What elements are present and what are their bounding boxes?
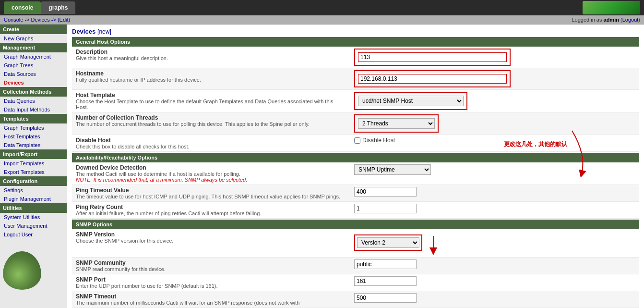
threads-select[interactable]: 1 Thread 2 Threads 4 Threads 8 Threads — [358, 118, 435, 129]
page-title: Devices [new] — [72, 27, 111, 35]
snmp-version-select-wrapper: Version 1 Version 2 Version 3 — [354, 234, 422, 251]
sidebar-item-system-utilities[interactable]: System Utilities — [0, 213, 67, 222]
ping-timeout-input[interactable] — [354, 187, 417, 197]
snmp-timeout-desc: The maximum number of milliseconds Cacti… — [76, 300, 346, 306]
description-label: Description — [76, 49, 346, 55]
snmp-community-input[interactable] — [354, 259, 417, 269]
ping-timeout-row: Ping Timeout Value The timeout value to … — [72, 185, 639, 202]
configuration-header: Configuration — [0, 176, 67, 186]
snmp-port-input[interactable] — [354, 276, 417, 286]
host-template-label: Host Template — [76, 92, 346, 99]
sidebar-item-data-input-methods[interactable]: Data Input Methods — [0, 105, 67, 114]
disable-host-desc: Check this box to disable all checks for… — [76, 144, 346, 149]
host-template-desc: Choose the Host Template to use to defin… — [76, 99, 346, 110]
collection-threads-label: Number of Collection Threads — [76, 114, 346, 121]
create-header: Create — [0, 25, 67, 34]
login-text: Logged in as — [572, 17, 603, 23]
ping-retry-desc: After an initial failure, the number of … — [76, 210, 346, 216]
header-bar: Console -> Devices -> (Edit) Logged in a… — [0, 15, 644, 25]
snmp-timeout-row: SNMP Timeout The maximum number of milli… — [72, 291, 639, 308]
sidebar-item-logout-user[interactable]: Logout User — [0, 230, 67, 239]
host-template-select[interactable]: ucd/net SNMP Host None Local Linux Machi… — [358, 96, 464, 106]
sidebar-item-data-sources[interactable]: Data Sources — [0, 70, 67, 78]
downed-device-row: Downed Device Detection The method Cacti… — [72, 162, 639, 185]
collection-methods-header: Collection Methods — [0, 87, 67, 97]
sidebar-item-settings[interactable]: Settings — [0, 186, 67, 195]
sidebar-item-graph-management[interactable]: Graph Management — [0, 52, 67, 61]
breadcrumb: Console -> Devices -> (Edit) — [4, 17, 70, 23]
disable-host-checkbox[interactable] — [354, 137, 360, 144]
collection-threads-desc: The number of concurrent threads to use … — [76, 121, 346, 127]
snmp-table: SNMP Version Choose the SNMP version for… — [72, 229, 639, 308]
layout: Create New Graphs Management Graph Manag… — [0, 25, 644, 308]
sidebar-item-graph-templates[interactable]: Graph Templates — [0, 123, 67, 132]
snmp-timeout-input[interactable] — [354, 293, 417, 303]
downed-device-note: NOTE: It is recommended that, at a minim… — [76, 177, 346, 183]
console-tab[interactable]: console — [4, 1, 41, 14]
hostname-input-wrapper — [354, 70, 511, 87]
management-header: Management — [0, 43, 67, 52]
hostname-desc: Fully qualified hostname or IP address f… — [76, 77, 346, 83]
snmp-options-header: SNMP Options — [72, 220, 639, 229]
sidebar-item-plugin-management[interactable]: Plugin Management — [0, 195, 67, 203]
hostname-row: Hostname Fully qualified hostname or IP … — [72, 68, 639, 90]
ping-timeout-label: Ping Timeout Value — [76, 187, 346, 194]
templates-header: Templates — [0, 114, 67, 123]
sidebar-item-export-templates[interactable]: Export Templates — [0, 168, 67, 176]
snmp-version-desc: Choose the SNMP version for this device. — [76, 238, 346, 244]
sidebar-item-data-templates[interactable]: Data Templates — [0, 141, 67, 149]
snmp-community-desc: SNMP read community for this device. — [76, 266, 346, 272]
threads-select-wrapper: 1 Thread 2 Threads 4 Threads 8 Threads — [354, 114, 439, 133]
snmp-port-label: SNMP Port — [76, 276, 346, 283]
downed-device-desc: The method Cacti will use to determine i… — [76, 171, 346, 177]
description-desc: Give this host a meaningful description. — [76, 55, 346, 61]
graphs-tab[interactable]: graphs — [41, 1, 75, 14]
username: admin — [604, 17, 619, 23]
general-host-options-header: General Host Options — [72, 37, 639, 47]
logo — [583, 1, 640, 14]
snmp-community-row: SNMP Community SNMP read community for t… — [72, 258, 639, 274]
page-title-suffix: [new] — [97, 28, 111, 35]
logout-link[interactable]: Logout — [622, 17, 639, 23]
snmp-version-select[interactable]: Version 1 Version 2 Version 3 — [357, 237, 419, 248]
ping-retry-row: Ping Retry Count After an initial failur… — [72, 202, 639, 219]
import-export-header: Import/Export — [0, 149, 67, 159]
sidebar-item-user-management[interactable]: User Management — [0, 222, 67, 230]
page-title-row: Devices [new] — [72, 27, 639, 35]
utilities-header: Utilities — [0, 203, 67, 213]
ping-timeout-desc: The timeout value to use for host ICMP a… — [76, 194, 346, 199]
description-input-wrapper — [354, 49, 511, 66]
downed-device-select[interactable]: SNMP Uptime Ping Ping and SNMP None — [354, 164, 431, 175]
snmp-version-row: SNMP Version Choose the SNMP version for… — [72, 229, 639, 258]
host-template-select-wrapper: ucd/net SNMP Host None Local Linux Machi… — [354, 92, 467, 110]
login-info: Logged in as admin (Logout) — [572, 17, 640, 23]
availability-table: Downed Device Detection The method Cacti… — [72, 162, 639, 219]
sidebar-item-import-templates[interactable]: Import Templates — [0, 159, 67, 168]
top-nav: console graphs — [0, 0, 644, 15]
sidebar: Create New Graphs Management Graph Manag… — [0, 25, 67, 308]
hostname-label: Hostname — [76, 70, 346, 77]
sidebar-item-host-templates[interactable]: Host Templates — [0, 132, 67, 141]
snmp-port-desc: Enter the UDP port number to use for SNM… — [76, 283, 346, 289]
sidebar-item-graph-trees[interactable]: Graph Trees — [0, 61, 67, 70]
description-input[interactable] — [358, 52, 507, 62]
cactus-logo — [3, 251, 41, 290]
annotation-arrow — [543, 126, 601, 184]
hostname-input[interactable] — [358, 74, 507, 84]
description-row: Description Give this host a meaningful … — [72, 47, 639, 68]
sidebar-item-data-queries[interactable]: Data Queries — [0, 97, 67, 105]
main-content: Devices [new] General Host Options Descr… — [67, 25, 644, 308]
sidebar-item-new-graphs[interactable]: New Graphs — [0, 34, 67, 43]
ping-retry-input[interactable] — [354, 204, 417, 213]
page-title-text: Devices — [72, 28, 95, 35]
sidebar-item-devices[interactable]: Devices — [0, 78, 67, 87]
ping-retry-label: Ping Retry Count — [76, 204, 346, 210]
snmp-community-label: SNMP Community — [76, 259, 346, 266]
snmp-port-row: SNMP Port Enter the UDP port number to u… — [72, 274, 639, 291]
snmp-version-arrow — [429, 231, 457, 255]
snmp-version-label: SNMP Version — [76, 231, 346, 238]
snmp-timeout-label: SNMP Timeout — [76, 293, 346, 300]
host-template-row: Host Template Choose the Host Template t… — [72, 90, 639, 112]
disable-host-label: Disable Host — [76, 137, 346, 144]
disable-host-text: Disable Host — [362, 137, 395, 144]
